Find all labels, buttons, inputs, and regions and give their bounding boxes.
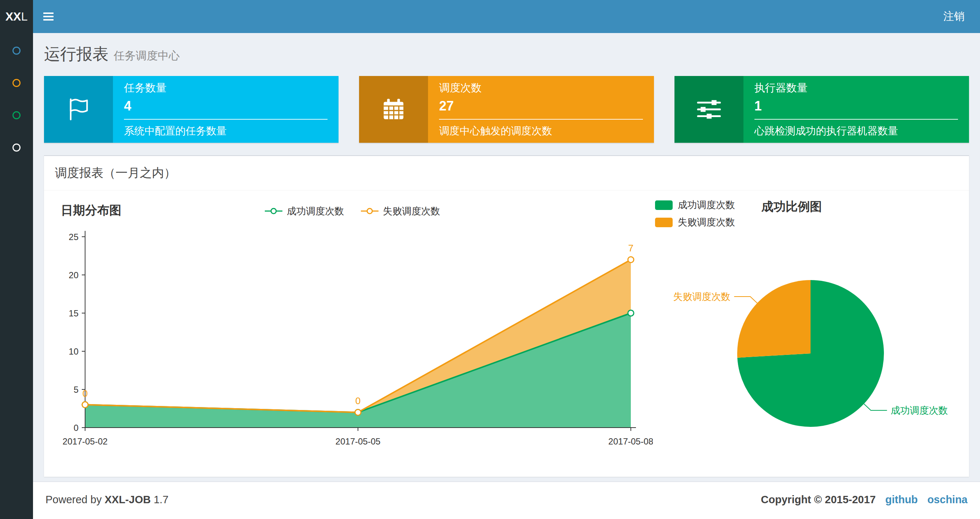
info-box-trigger-count: 调度次数 27 调度中心触发的调度次数 [359, 76, 654, 143]
legend-label: 成功调度次数 [287, 205, 344, 218]
app-logo[interactable]: XXL [0, 0, 33, 33]
content-area: 运行报表任务调度中心 任务数量 4 系统中配置的任务数量 [33, 33, 980, 477]
legend-label: 失败调度次数 [383, 205, 440, 218]
svg-text:失败调度次数: 失败调度次数 [673, 291, 730, 302]
page-header: 运行报表任务调度中心 [33, 33, 980, 65]
page-title: 运行报表任务调度中心 [44, 43, 969, 65]
pie-chart-legend: 成功调度次数失败调度次数 [655, 198, 735, 229]
info-box-description: 调度中心触发的调度次数 [439, 124, 643, 138]
page-title-text: 运行报表 [44, 45, 108, 63]
svg-text:2017-05-05: 2017-05-05 [336, 436, 381, 446]
github-link[interactable]: github [885, 493, 918, 505]
powered-by: Powered by XXL-JOB 1.7 [46, 493, 169, 507]
copyright-text: Copyright © 2015-2017 [761, 493, 876, 505]
svg-text:20: 20 [68, 270, 78, 280]
page-subtitle: 任务调度中心 [114, 50, 180, 62]
sidebar-item-job-manage[interactable] [0, 67, 33, 99]
flag-icon [44, 76, 113, 143]
line-chart-canvas: 05101520252017-05-022017-05-052017-05-08… [51, 226, 653, 464]
info-box-description: 心跳检测成功的执行器机器数量 [754, 124, 958, 138]
info-box-description: 系统中配置的任务数量 [124, 124, 328, 138]
svg-text:15: 15 [68, 308, 78, 318]
sidebar-menu [0, 33, 33, 164]
product-version: 1.7 [154, 493, 169, 505]
app-logo-text-light: L [21, 10, 27, 24]
info-box-divider [754, 119, 958, 120]
info-box-executor-count: 执行器数量 1 心跳检测成功的执行器机器数量 [675, 76, 969, 143]
sidebar-toggle-button[interactable] [33, 0, 64, 33]
info-box-title: 任务数量 [124, 81, 328, 96]
legend-line-marker-icon [360, 207, 379, 215]
schedule-report-panel: 调度报表（一月之内） 日期分布图 成功调度次数失败调度次数 0510152025… [44, 155, 969, 477]
circle-icon [13, 79, 21, 87]
svg-text:10: 10 [68, 347, 78, 356]
sidebar-item-job-log[interactable] [0, 99, 33, 131]
success-ratio-chart: 成功调度次数失败调度次数 成功比例图 成功调度次数失败调度次数 [653, 196, 962, 466]
sidebar-item-dashboard[interactable] [0, 35, 33, 67]
line-chart-legend: 成功调度次数失败调度次数 [264, 205, 440, 218]
logout-link[interactable]: 注销 [928, 0, 980, 33]
sidebar-item-executor-manage[interactable] [0, 131, 33, 164]
legend-label: 成功调度次数 [678, 198, 735, 211]
hamburger-icon [43, 13, 54, 14]
info-box-job-count: 任务数量 4 系统中配置的任务数量 [44, 76, 339, 143]
svg-text:成功调度次数: 成功调度次数 [891, 405, 948, 416]
svg-text:2017-05-08: 2017-05-08 [608, 436, 653, 446]
footer: Powered by XXL-JOB 1.7 Copyright © 2015-… [33, 482, 980, 519]
svg-text:25: 25 [68, 232, 78, 242]
pie-chart-title: 成功比例图 [761, 198, 822, 215]
svg-text:7: 7 [628, 243, 633, 254]
info-box-value: 4 [124, 98, 328, 114]
footer-right: Copyright © 2015-2017 github oschina [761, 493, 967, 507]
oschina-link[interactable]: oschina [927, 493, 967, 505]
svg-text:2017-05-02: 2017-05-02 [63, 436, 108, 446]
info-box-title: 执行器数量 [754, 81, 958, 96]
pie-legend-item-success[interactable]: 成功调度次数 [655, 198, 735, 211]
info-box-divider [439, 119, 643, 120]
date-distribution-chart: 日期分布图 成功调度次数失败调度次数 05101520252017-05-022… [51, 196, 653, 466]
line-legend-item-success[interactable]: 成功调度次数 [264, 205, 344, 218]
svg-text:0: 0 [74, 423, 78, 433]
line-chart-title: 日期分布图 [61, 202, 121, 219]
info-box-title: 调度次数 [439, 81, 643, 96]
circle-icon [13, 144, 21, 152]
top-navbar: 注销 [33, 0, 980, 33]
info-box-value: 27 [439, 98, 643, 114]
calendar-icon [359, 76, 428, 143]
line-legend-item-fail[interactable]: 失败调度次数 [360, 205, 440, 218]
circle-icon [13, 46, 21, 55]
svg-text:5: 5 [74, 385, 78, 394]
info-box-divider [124, 119, 328, 120]
legend-swatch-icon [655, 200, 673, 210]
sliders-icon [675, 76, 743, 143]
circle-icon [13, 111, 21, 119]
product-name: XXL-JOB [105, 493, 151, 505]
panel-title: 调度报表（一月之内） [44, 156, 969, 190]
svg-text:0: 0 [355, 395, 361, 406]
app-logo-text-bold: XX [5, 10, 21, 24]
sidebar: XXL [0, 0, 33, 519]
pie-chart-canvas: 成功调度次数失败调度次数 [653, 226, 962, 464]
summary-boxes: 任务数量 4 系统中配置的任务数量 [44, 76, 969, 143]
legend-line-marker-icon [264, 207, 283, 215]
svg-text:0: 0 [83, 388, 88, 399]
info-box-value: 1 [754, 98, 958, 114]
